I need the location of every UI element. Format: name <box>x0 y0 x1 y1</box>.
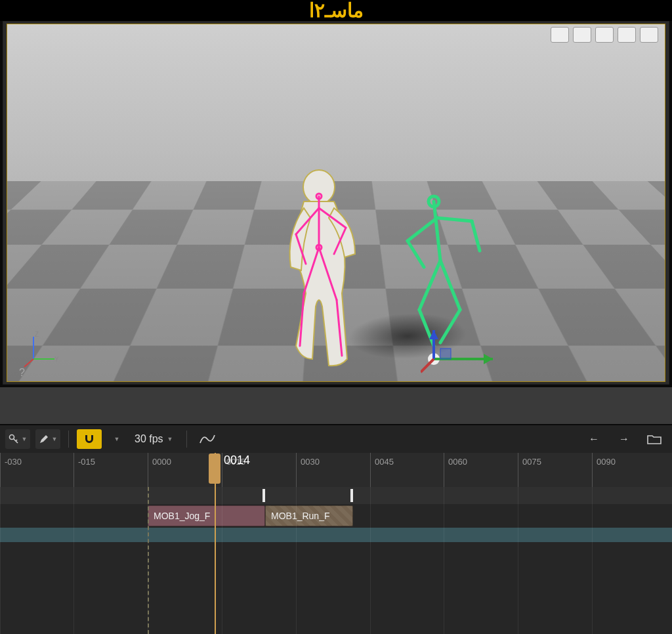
ruler-tick: 0015 <box>222 453 222 487</box>
svg-line-18 <box>419 261 440 310</box>
open-folder-button[interactable] <box>642 429 667 449</box>
annotation-row[interactable] <box>0 528 672 542</box>
arrow-left-icon: ← <box>589 433 599 445</box>
ruler-tick-label: 0030 <box>301 457 320 467</box>
key-icon <box>9 434 19 444</box>
svg-line-16 <box>437 218 472 221</box>
watermark-logo: ماسـ٢ا <box>309 0 364 22</box>
track-gridline <box>444 487 444 634</box>
ruler-tick: 0090 <box>592 453 593 487</box>
ruler-tick: 0075 <box>518 453 518 487</box>
curve-editor-button[interactable] <box>195 429 220 449</box>
pencil-button[interactable]: ▼ <box>35 429 60 449</box>
snap-options-caret[interactable]: ▼ <box>107 429 124 449</box>
svg-line-36 <box>16 440 17 441</box>
caret-down-icon: ▼ <box>52 436 58 442</box>
prev-button[interactable]: ← <box>581 429 606 449</box>
ruler-tick: -015 <box>74 453 74 487</box>
caret-down-icon: ▼ <box>114 436 120 442</box>
axis-gizmo-icon: Z Y <box>22 330 61 370</box>
svg-marker-24 <box>484 354 493 364</box>
fps-dropdown[interactable]: 30 fps ▼ <box>129 429 178 449</box>
animation-clip[interactable]: MOB1_Run_F <box>265 505 353 526</box>
viewport-panel: Z Y ? <box>3 21 669 385</box>
toolbar-separator <box>186 431 187 448</box>
track-gridline <box>296 487 297 634</box>
svg-line-27 <box>421 359 434 372</box>
svg-text:Y: Y <box>54 356 59 363</box>
viewport-tool-button-3[interactable] <box>595 27 614 43</box>
clip-label: MOB1_Jog_F <box>154 511 210 521</box>
ruler-tick-label: 0000 <box>152 457 171 467</box>
svg-point-34 <box>9 435 14 440</box>
folder-icon <box>647 433 662 445</box>
panel-divider[interactable] <box>0 387 672 424</box>
clip-label: MOB1_Run_F <box>271 511 329 521</box>
pencil-icon <box>39 434 49 444</box>
ruler-tick-label: 0015 <box>226 457 245 467</box>
track-gridline <box>370 487 371 634</box>
key-button[interactable]: ▼ <box>5 429 30 449</box>
ruler-tick: -030 <box>0 453 1 487</box>
ruler-tick-label: -015 <box>78 457 95 467</box>
track-gridline <box>74 487 74 634</box>
svg-marker-26 <box>429 330 438 339</box>
timeline-ruler[interactable]: -030-0150000001500300045006000750090 <box>0 453 672 487</box>
ruler-tick-label: 0045 <box>375 457 394 467</box>
ruler-tick: 0045 <box>370 453 371 487</box>
ruler-tick-label: 0075 <box>522 457 541 467</box>
svg-line-12 <box>434 201 440 261</box>
key-strip[interactable] <box>0 487 672 504</box>
curve-icon <box>200 433 215 445</box>
viewport-3d[interactable]: Z Y ? <box>7 24 665 381</box>
ruler-tick: 0000 <box>148 453 148 487</box>
next-button[interactable]: → <box>612 429 637 449</box>
track-gridline <box>0 487 1 634</box>
svg-text:Z: Z <box>35 331 39 338</box>
keyframe-marker[interactable] <box>350 489 353 502</box>
svg-line-14 <box>408 218 437 241</box>
help-icon[interactable]: ? <box>19 367 25 379</box>
timeline-tracks[interactable]: MOB1_Jog_FMOB1_Run_F <box>0 487 672 634</box>
fps-label: 30 fps <box>135 433 163 445</box>
svg-rect-28 <box>440 349 451 359</box>
track-gridline <box>592 487 593 634</box>
svg-line-15 <box>408 241 424 267</box>
ruler-tick: 0030 <box>296 453 297 487</box>
track-gridline <box>518 487 518 634</box>
toolbar-separator <box>68 431 69 448</box>
clip-row[interactable]: MOB1_Jog_FMOB1_Run_F <box>0 504 672 528</box>
ruler-tick-label: -030 <box>5 457 22 467</box>
viewport-tool-button-4[interactable] <box>618 27 636 43</box>
magnet-icon <box>83 433 95 445</box>
animation-clip[interactable]: MOB1_Jog_F <box>148 505 265 526</box>
track-gridline <box>222 487 222 634</box>
viewport-tool-button-2[interactable] <box>573 27 591 43</box>
viewport-toolbar <box>551 27 658 43</box>
viewport-tool-button-1[interactable] <box>551 27 569 43</box>
svg-line-31 <box>24 359 33 367</box>
arrow-right-icon: → <box>619 433 629 445</box>
keyframe-marker[interactable] <box>262 489 265 502</box>
mannequin-character[interactable] <box>250 162 388 372</box>
caret-down-icon: ▼ <box>167 436 173 442</box>
svg-line-17 <box>472 221 480 251</box>
caret-down-icon: ▼ <box>22 436 28 442</box>
top-bar: ماسـ٢ا <box>0 0 672 21</box>
origin-line <box>148 487 149 634</box>
ruler-tick-label: 0060 <box>448 457 467 467</box>
ruler-tick-label: 0090 <box>597 457 616 467</box>
timeline-toolbar: ▼ ▼ ▼ 30 fps ▼ ← → <box>0 425 672 453</box>
ruler-tick: 0060 <box>444 453 444 487</box>
transform-gizmo[interactable] <box>421 326 499 379</box>
viewport-tool-button-5[interactable] <box>640 27 658 43</box>
svg-line-20 <box>440 261 460 310</box>
snap-toggle[interactable] <box>77 429 102 449</box>
